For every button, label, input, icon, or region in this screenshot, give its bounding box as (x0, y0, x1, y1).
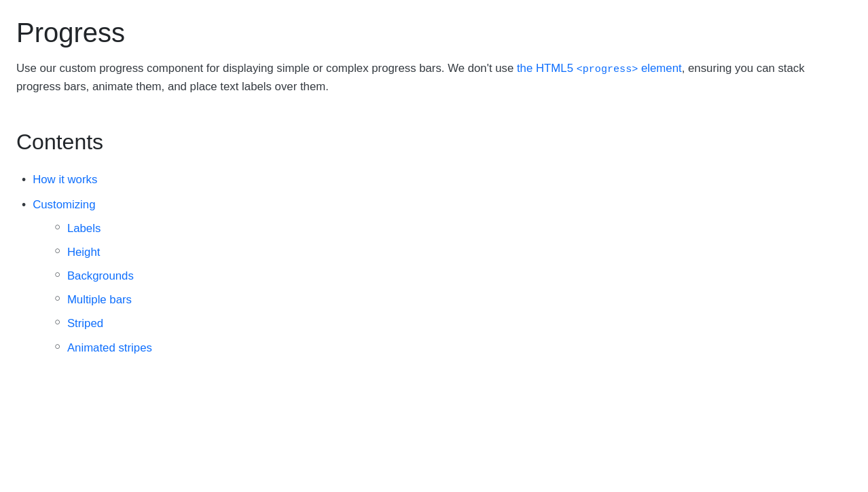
sub-item-striped: Striped (54, 315, 152, 332)
how-it-works-link[interactable]: How it works (33, 171, 97, 188)
sub-item-animated-stripes: Animated stripes (54, 339, 152, 356)
html5-progress-link[interactable]: the HTML5 <progress> element (517, 62, 682, 75)
multiple-bars-link[interactable]: Multiple bars (67, 291, 132, 308)
sub-item-backgrounds: Backgrounds (54, 267, 152, 284)
sub-item-height: Height (54, 244, 152, 261)
sub-item-labels: Labels (54, 220, 152, 237)
customizing-link[interactable]: Customizing (33, 198, 95, 211)
contents-heading: Contents (16, 129, 852, 155)
intro-paragraph: Use our custom progress component for di… (16, 60, 852, 96)
customizing-sub-list: Labels Height Backgrounds Multiple bars … (33, 220, 152, 356)
page-title: Progress (16, 16, 852, 49)
contents-item-how-it-works: How it works (22, 171, 852, 189)
height-link[interactable]: Height (67, 244, 101, 261)
backgrounds-link[interactable]: Backgrounds (67, 267, 134, 284)
striped-link[interactable]: Striped (67, 315, 103, 332)
intro-text-before: Use our custom progress component for di… (16, 62, 517, 75)
animated-stripes-link[interactable]: Animated stripes (67, 339, 152, 356)
contents-list: How it works Customizing Labels Height B… (16, 171, 852, 363)
labels-link[interactable]: Labels (67, 220, 101, 237)
progress-code: <progress> (577, 63, 638, 75)
sub-item-multiple-bars: Multiple bars (54, 291, 152, 308)
contents-item-customizing: Customizing Labels Height Backgrounds Mu… (22, 196, 852, 363)
